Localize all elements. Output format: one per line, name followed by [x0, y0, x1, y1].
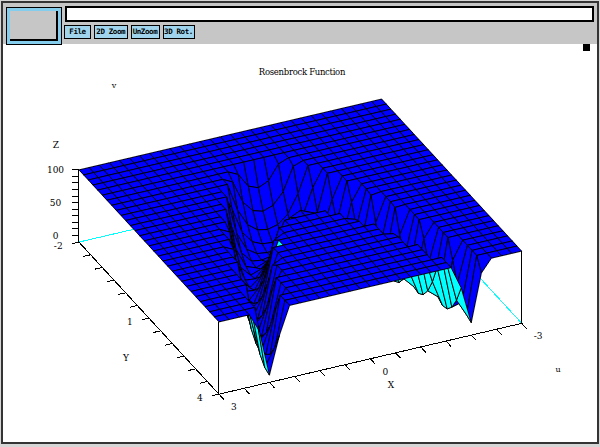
- menu-box-inner: [10, 11, 58, 41]
- zoom-2d-button[interactable]: 2D Zoom: [94, 25, 128, 40]
- unzoom-button[interactable]: UnZoom: [131, 25, 160, 40]
- plot-canvas[interactable]: [3, 44, 597, 442]
- file-button[interactable]: File: [64, 25, 91, 40]
- rot-3d-button[interactable]: 3D Rot.: [163, 25, 195, 40]
- toolbar-buttons: File 2D Zoom UnZoom 3D Rot.: [64, 25, 195, 40]
- scilab-graphic-window: 050100-21430-3ZYXvuRosenbrock Function F…: [0, 0, 600, 447]
- busy-indicator-square: [583, 44, 590, 51]
- info-field[interactable]: [65, 6, 594, 22]
- menu-box[interactable]: [6, 7, 62, 45]
